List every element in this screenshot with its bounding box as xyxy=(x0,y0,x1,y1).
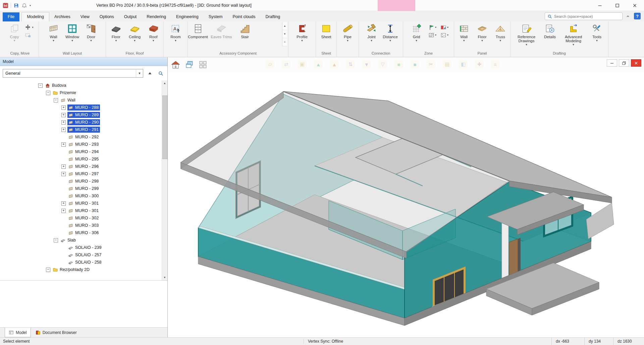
ribbon-button-floor[interactable]: Floor▼ xyxy=(473,22,491,42)
ribbon-button-pipe[interactable]: Pipe▼ xyxy=(339,22,357,42)
tree-item-muro-290[interactable]: +MURO - 290 xyxy=(0,119,162,126)
tree-item-muro-295[interactable]: −MURO - 295 xyxy=(0,155,162,163)
move-icon[interactable]: ▼ xyxy=(24,24,35,30)
ribbon-button-details[interactable]: Details xyxy=(541,22,559,39)
tree-item-solaio-257[interactable]: −SOLAIO - 257 xyxy=(0,251,162,259)
gallery-scroll-up-icon[interactable]: ▲ xyxy=(282,22,287,30)
tree-item-prizemie[interactable]: −Prizemie xyxy=(0,89,162,96)
tab-archives[interactable]: Archives xyxy=(49,12,75,21)
tab-options[interactable]: Options xyxy=(95,12,119,21)
maximize-button[interactable] xyxy=(608,0,626,11)
tree-item-muro-294[interactable]: −MURO - 294 xyxy=(0,148,162,155)
scroll-up-icon[interactable]: ▲ xyxy=(162,80,167,86)
expand-icon[interactable]: + xyxy=(61,164,66,169)
tree-item-rez-pohlady-2d[interactable]: −Rez/pohlady 2D xyxy=(0,266,162,273)
notifications-icon[interactable] xyxy=(21,3,27,8)
expand-icon[interactable]: + xyxy=(61,201,66,206)
tree-item-muro-299[interactable]: −MURO - 299 xyxy=(0,185,162,192)
panel-tab-model[interactable]: Model xyxy=(5,328,31,337)
viewport-close-button[interactable] xyxy=(631,59,641,67)
select-box-icon[interactable] xyxy=(24,32,35,39)
tree-search-icon[interactable] xyxy=(157,70,165,77)
3d-viewport[interactable] xyxy=(168,72,644,337)
cascade-windows-icon[interactable] xyxy=(185,60,194,69)
expand-icon[interactable]: + xyxy=(61,209,66,213)
chevron-up-icon[interactable] xyxy=(625,13,631,19)
ribbon-button-advanced-modeling[interactable]: Advanced Modeling▼ xyxy=(560,22,587,46)
gallery-more-icon[interactable]: ≡ xyxy=(282,38,287,46)
scrollbar-thumb[interactable] xyxy=(162,95,167,159)
ribbon-button-distance[interactable]: Distance▼ xyxy=(381,22,399,42)
tree-item-muro-289[interactable]: +MURO - 289 xyxy=(0,111,162,119)
tab-file[interactable]: File xyxy=(3,12,19,21)
tab-modeling[interactable]: Modeling xyxy=(21,12,49,21)
collapse-icon[interactable]: − xyxy=(46,91,50,95)
save-icon[interactable] xyxy=(13,3,19,8)
3d-model-house[interactable] xyxy=(168,72,644,337)
tab-system[interactable]: System xyxy=(204,12,228,21)
expand-icon[interactable]: + xyxy=(61,120,66,125)
ribbon-button-sheet[interactable]: Sheet xyxy=(317,22,335,39)
tree-item-muro-288[interactable]: +MURO - 288 xyxy=(0,104,162,111)
ribbon-button-grid[interactable]: Grid▼ xyxy=(408,22,426,42)
expand-icon[interactable]: + xyxy=(61,106,66,110)
home-view-icon[interactable] xyxy=(171,60,180,69)
tree-item-muro-298[interactable]: −MURO - 298 xyxy=(0,178,162,185)
tile-windows-icon[interactable] xyxy=(199,60,208,69)
ribbon-button-door[interactable]: Door▼ xyxy=(82,22,100,42)
quick-access-dropdown-icon[interactable]: ▾ xyxy=(30,4,31,7)
tab-point-clouds[interactable]: Point clouds xyxy=(227,12,260,21)
tree-item-slab[interactable]: −Slab xyxy=(0,236,162,244)
ribbon-button-stair[interactable]: Stair xyxy=(236,22,254,39)
collapse-icon[interactable]: − xyxy=(54,98,58,102)
tab-output[interactable]: Output xyxy=(119,12,142,21)
help-icon[interactable]: ? xyxy=(634,13,641,19)
panel-tab-document-browser[interactable]: Document Browser xyxy=(32,328,80,337)
dots-icon[interactable]: ▼ xyxy=(440,32,450,38)
ribbon-button-room[interactable]: ARoom▼ xyxy=(167,22,185,42)
tab-view[interactable]: View xyxy=(75,12,95,21)
ribbon-button-tools[interactable]: Tools▼ xyxy=(588,22,606,42)
tab-drafting[interactable]: Drafting xyxy=(261,12,285,21)
collapse-icon[interactable]: − xyxy=(38,83,43,88)
ribbon-button-floor[interactable]: Floor▼ xyxy=(107,22,125,42)
search-box[interactable] xyxy=(545,12,623,20)
tree-item-muro-292[interactable]: −MURO - 292 xyxy=(0,133,162,141)
expand-icon[interactable]: + xyxy=(61,142,66,147)
ribbon-button-reference-drawings[interactable]: Reference Drawings▼ xyxy=(513,22,540,46)
tree-item-budova[interactable]: −Budova xyxy=(0,82,162,89)
tree-item-muro-291[interactable]: +MURO - 291 xyxy=(0,126,162,133)
ribbon-button-roof[interactable]: Roof▼ xyxy=(144,22,162,42)
scroll-down-icon[interactable]: ▼ xyxy=(162,275,167,280)
tab-rendering[interactable]: Rendering xyxy=(142,12,171,21)
expand-icon[interactable]: + xyxy=(61,172,66,176)
collapse-all-icon[interactable] xyxy=(146,70,154,77)
gallery-scroll-down-icon[interactable]: ▼ xyxy=(282,30,287,38)
viewport-minimize-button[interactable] xyxy=(607,59,617,67)
ribbon-button-profile[interactable]: Profile▼ xyxy=(293,22,311,42)
viewport-restore-button[interactable] xyxy=(619,59,629,67)
chevron-down-icon[interactable]: ▼ xyxy=(136,69,143,77)
tab-engineering[interactable]: Engineering xyxy=(171,12,204,21)
tree-item-muro-297[interactable]: +MURO - 297 xyxy=(0,170,162,178)
zone-chip-icon[interactable]: ▼ xyxy=(440,24,450,30)
ribbon-button-component[interactable]: Component xyxy=(189,22,207,39)
tree-scrollbar[interactable]: ▲ ▼ xyxy=(162,80,167,280)
tree-item-muro-303[interactable]: −MURO - 303 xyxy=(0,222,162,229)
flag-icon[interactable]: ▼ xyxy=(428,24,438,30)
search-input[interactable] xyxy=(554,14,620,18)
expand-icon[interactable]: + xyxy=(61,113,66,117)
ribbon-button-wall[interactable]: Wall▼ xyxy=(45,22,63,42)
ribbon-button-wall[interactable]: Wall▼ xyxy=(455,22,473,42)
ribbon-button-copy[interactable]: Copy▼ xyxy=(5,22,23,42)
tree-item-solaio-258[interactable]: −SOLAIO - 258 xyxy=(0,259,162,266)
ribbon-button-ceiling[interactable]: Ceiling▼ xyxy=(126,22,144,42)
minimize-button[interactable] xyxy=(591,0,608,11)
tree-item-muro-302[interactable]: −MURO - 302 xyxy=(0,214,162,222)
close-button[interactable] xyxy=(626,0,643,11)
tree-item-muro-293[interactable]: +MURO - 293 xyxy=(0,141,162,148)
tree-item-muro-306[interactable]: −MURO - 306 xyxy=(0,229,162,236)
ribbon-button-window[interactable]: Window▼ xyxy=(63,22,82,42)
collapse-icon[interactable]: − xyxy=(54,238,58,243)
tree-item-muro-301[interactable]: +MURO - 301 xyxy=(0,207,162,214)
